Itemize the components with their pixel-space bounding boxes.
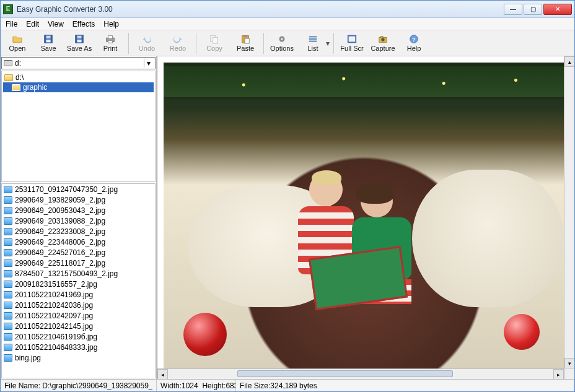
file-item[interactable]: 8784507_132157500493_2.jpg [2,268,155,279]
menu-view[interactable]: View [48,20,64,28]
chevron-down-icon: ▾ [144,59,153,68]
file-item[interactable]: 2531170_091247047350_2.jpg [2,184,155,194]
file-item[interactable]: 2011052210241969.jpg [2,289,155,300]
menu-edit[interactable]: Edit [26,20,39,28]
folder-item[interactable]: d:\ [3,72,154,82]
list-button[interactable]: List [297,31,328,56]
file-item[interactable]: 200918231516557_2.jpg [2,279,155,289]
menu-help[interactable]: Help [103,20,119,28]
file-item[interactable]: 2990649_203139088_2.jpg [2,216,155,226]
maximize-button[interactable]: ▢ [524,4,542,15]
minimize-button[interactable]: — [504,4,522,15]
image-file-icon [4,259,12,267]
status-bar: File Name: D:\graphic\2990649_193829059_… [1,379,574,391]
menu-effects[interactable]: Effects [72,20,95,28]
file-item[interactable]: 2990649_193829059_2.jpg [2,194,155,205]
undo-icon [141,34,152,44]
title-bar: E Easy Graphic Converter 3.00 — ▢ ✕ [1,1,574,18]
file-item[interactable]: 2990649_223448006_2.jpg [2,237,155,247]
disk-icon [4,60,12,66]
menu-file[interactable]: File [6,20,17,28]
folder-tree[interactable]: d:\graphic [1,71,156,182]
drive-selected-text: d: [15,59,21,68]
image-file-icon [4,217,12,225]
file-item[interactable]: 2011052210242036.jpg [2,300,155,310]
drive-combobox[interactable]: d: ▾ [1,57,156,69]
image-file-icon [4,323,12,330]
svg-rect-16 [309,37,317,38]
image-file-icon [4,249,12,256]
scroll-thumb[interactable] [237,370,453,377]
toolbar-label: Copy [206,45,222,52]
image-file-icon [4,270,12,277]
left-panel: d: ▾ d:\graphic 2531170_091247047350_2.j… [1,56,157,379]
toolbar-separator [128,33,129,54]
copy-button: Copy [199,31,230,56]
folder-icon [12,84,20,91]
svg-rect-12 [244,35,247,37]
file-item[interactable]: 2011052210242097.jpg [2,310,155,321]
file-item[interactable]: 2990649_225118017_2.jpg [2,258,155,268]
file-item[interactable]: 2990649_200953043_2.jpg [2,205,155,216]
svg-rect-13 [245,38,249,43]
printer-icon [105,34,116,44]
scroll-up-button[interactable]: ▴ [564,56,575,67]
file-item[interactable]: 2011052210242145.jpg [2,321,155,331]
file-list[interactable]: 2531170_091247047350_2.jpg2990649_193829… [1,183,156,378]
horizontal-scrollbar[interactable]: ◂ ▸ [157,368,564,379]
fullscr-button[interactable]: Full Scr [336,31,367,56]
toolbar-label: Save As [67,45,92,52]
file-name-label: 2990649_193829059_2.jpg [15,196,105,204]
paste-icon [240,34,251,44]
window-controls: — ▢ ✕ [504,4,572,15]
image-file-icon [4,207,12,214]
status-filename: File Name: D:\graphic\2990649_193829059_… [1,380,157,391]
open-button[interactable]: Open [2,31,33,56]
paste-button[interactable]: Paste [230,31,261,56]
options-button[interactable]: Options [266,31,297,56]
file-name-label: 2011052210242097.jpg [15,311,93,320]
redo-button: Redo [162,31,193,56]
saveas-button[interactable]: Save As [64,31,95,56]
help-button[interactable]: ?Help [398,31,429,56]
image-file-icon [4,344,12,351]
print-button[interactable]: Print [95,31,126,56]
file-item[interactable]: 2990649_224527016_2.jpg [2,247,155,258]
image-file-icon [4,228,12,235]
file-name-label: 200918231516557_2.jpg [15,280,97,289]
save-button[interactable]: Save [33,31,64,56]
image-file-icon [4,333,12,341]
toolbar-label: Paste [237,45,254,52]
toolbar-separator [333,33,334,54]
image-file-icon [4,302,12,309]
file-name-label: 2531170_091247047350_2.jpg [15,185,118,194]
preview-canvas[interactable] [159,58,564,368]
file-name-label: 2011052210241969.jpg [15,290,93,299]
camera-icon [377,34,388,44]
status-dimensions: Width:1024 Height:683 [157,380,236,391]
file-item[interactable]: 2011052210464833З.jpg [2,342,155,352]
scroll-right-button[interactable]: ▸ [553,369,564,380]
work-area: d: ▾ d:\graphic 2531170_091247047350_2.j… [1,56,574,379]
svg-rect-17 [309,38,317,40]
vertical-scrollbar[interactable]: ▴ ▾ [564,56,574,368]
list-dropdown-icon[interactable]: ▾ [325,31,331,56]
scroll-down-button[interactable]: ▾ [564,358,575,368]
file-item[interactable]: 2011052210461919б.jpg [2,331,155,342]
toolbar-separator [263,33,264,54]
image-file-icon [4,291,12,298]
capture-button[interactable]: Capture [367,31,398,56]
toolbar-label: Options [270,45,294,52]
folder-icon [4,74,13,81]
file-item[interactable]: bing.jpg [2,352,155,363]
close-button[interactable]: ✕ [543,4,572,15]
file-name-label: 2011052210242145.jpg [15,322,93,331]
redo-icon [172,34,183,44]
svg-point-15 [281,38,283,40]
file-item[interactable]: 2990649_223233008_2.jpg [2,226,155,237]
svg-rect-1 [46,36,50,38]
folder-item[interactable]: graphic [3,82,154,92]
svg-rect-5 [77,40,81,42]
toolbar-label: Undo [139,45,155,52]
scroll-left-button[interactable]: ◂ [157,369,168,380]
